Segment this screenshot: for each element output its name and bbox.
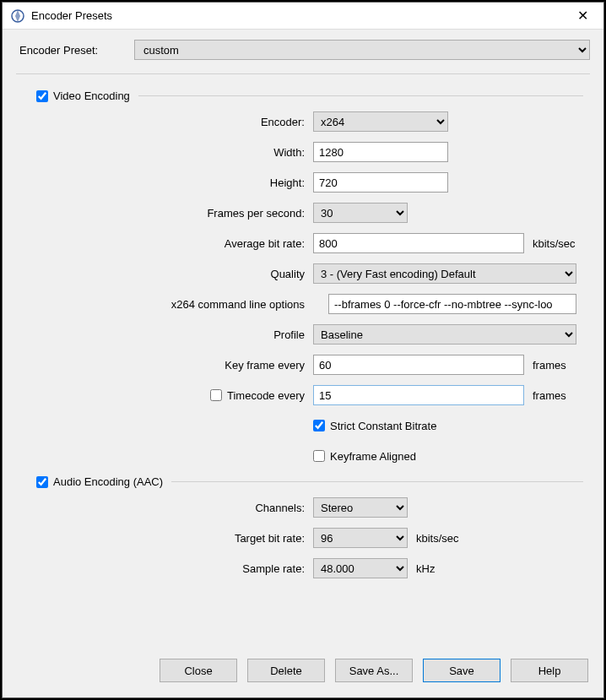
- timecode-input[interactable]: [313, 385, 524, 405]
- timecode-unit: frames: [533, 389, 566, 402]
- divider: [16, 73, 590, 74]
- keyframe-unit: frames: [533, 359, 566, 372]
- profile-select[interactable]: Baseline: [313, 324, 576, 345]
- audio-section-label: Audio Encoding (AAC): [53, 475, 163, 488]
- audio-encoding-checkbox[interactable]: [36, 476, 48, 488]
- target-bitrate-select[interactable]: 96: [313, 528, 408, 548]
- strict-cbr-checkbox[interactable]: [313, 420, 325, 431]
- keyframe-input[interactable]: [313, 355, 524, 375]
- video-section: Video Encoding Encoder: x264 Width: Heig…: [36, 90, 583, 467]
- keyframe-label: Key frame every: [36, 359, 313, 372]
- target-bitrate-label: Target bit rate:: [36, 532, 313, 545]
- fps-label: Frames per second:: [36, 207, 313, 220]
- quality-select[interactable]: 3 - (Very Fast encoding) Default: [313, 263, 576, 284]
- save-button[interactable]: Save: [423, 659, 500, 682]
- help-button[interactable]: Help: [511, 659, 588, 682]
- preset-label: Encoder Preset:: [16, 44, 134, 57]
- save-as-button[interactable]: Save As...: [335, 659, 413, 682]
- close-icon[interactable]: ✕: [569, 8, 597, 24]
- avg-bitrate-unit: kbits/sec: [533, 237, 576, 250]
- keyframe-aligned-checkbox[interactable]: [313, 450, 325, 462]
- width-label: Width:: [36, 146, 313, 159]
- audio-section-header: Audio Encoding (AAC): [36, 475, 583, 488]
- sample-rate-unit: kHz: [416, 562, 435, 575]
- app-icon: [11, 9, 24, 23]
- height-label: Height:: [36, 176, 313, 189]
- keyframe-aligned-label: Keyframe Aligned: [330, 450, 416, 463]
- avg-bitrate-label: Average bit rate:: [36, 237, 313, 250]
- encoder-presets-dialog: Encoder Presets ✕ Encoder Preset: custom…: [2, 2, 604, 698]
- encoder-select[interactable]: x264: [313, 111, 448, 132]
- target-bitrate-unit: kbits/sec: [416, 532, 459, 545]
- timecode-checkbox[interactable]: [210, 389, 222, 401]
- x264-opts-input[interactable]: [328, 294, 576, 314]
- close-button[interactable]: Close: [160, 659, 237, 682]
- video-encoding-checkbox[interactable]: [36, 90, 48, 102]
- fps-select[interactable]: 30: [313, 203, 408, 223]
- profile-label: Profile: [36, 328, 313, 341]
- video-section-header: Video Encoding: [36, 90, 583, 102]
- preset-row: Encoder Preset: custom: [16, 40, 590, 60]
- avg-bitrate-input[interactable]: [313, 233, 524, 253]
- delete-button[interactable]: Delete: [247, 659, 325, 682]
- titlebar: Encoder Presets ✕: [3, 3, 603, 30]
- x264-opts-label: x264 command line options: [36, 298, 313, 311]
- height-input[interactable]: [313, 172, 448, 193]
- width-input[interactable]: [313, 142, 448, 162]
- preset-select[interactable]: custom: [134, 40, 590, 60]
- section-divider: [171, 481, 583, 482]
- sample-rate-select[interactable]: 48.000: [313, 558, 408, 578]
- window-title: Encoder Presets: [31, 9, 569, 22]
- channels-select[interactable]: Stereo: [313, 497, 408, 518]
- strict-cbr-label: Strict Constant Bitrate: [330, 420, 436, 432]
- button-bar: Close Delete Save As... Save Help: [3, 647, 603, 697]
- audio-section: Audio Encoding (AAC) Channels: Stereo Ta…: [36, 475, 583, 579]
- encoder-label: Encoder:: [36, 116, 313, 128]
- timecode-label: Timecode every: [227, 389, 305, 402]
- quality-label: Quality: [36, 268, 313, 280]
- content-area: Encoder Preset: custom Video Encoding En…: [3, 30, 603, 647]
- section-divider: [138, 95, 583, 96]
- sample-rate-label: Sample rate:: [36, 562, 313, 575]
- video-section-label: Video Encoding: [53, 90, 130, 102]
- channels-label: Channels:: [36, 502, 313, 514]
